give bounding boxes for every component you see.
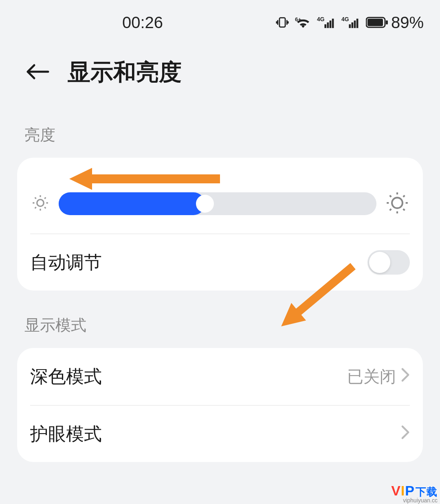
signal-1-icon: 4G [317, 15, 336, 29]
svg-rect-10 [354, 20, 356, 28]
eye-care-label: 护眼模式 [30, 422, 102, 446]
svg-rect-13 [367, 19, 383, 26]
status-bar: 00:26 6+ 4G 4G 89% [0, 0, 440, 45]
header: 显示和亮度 [0, 45, 440, 112]
battery-indicator: 89% [366, 13, 424, 32]
eye-care-value-group [401, 425, 410, 443]
signal-2-icon: 4G [341, 15, 360, 29]
svg-rect-5 [330, 20, 332, 28]
dark-mode-value: 已关闭 [347, 365, 396, 388]
auto-brightness-toggle[interactable] [367, 250, 410, 275]
status-time: 00:26 [122, 13, 163, 32]
svg-rect-0 [279, 18, 285, 27]
auto-brightness-row: 自动调节 [30, 233, 410, 291]
brightness-slider-thumb[interactable] [196, 195, 214, 213]
svg-rect-6 [332, 19, 334, 28]
svg-point-16 [392, 198, 403, 208]
svg-rect-4 [327, 22, 329, 28]
svg-point-15 [37, 200, 44, 207]
svg-rect-11 [356, 19, 359, 28]
battery-icon [366, 16, 389, 29]
status-indicators: 6+ 4G 4G 89% [275, 13, 424, 32]
section-label-brightness: 亮度 [0, 112, 440, 154]
dark-mode-label: 深色模式 [30, 365, 102, 389]
watermark-url: viphuiyuan.cc [391, 497, 438, 503]
brightness-slider-fill [59, 192, 205, 215]
auto-brightness-toggle-knob [369, 252, 390, 273]
display-mode-card: 深色模式 已关闭 护眼模式 [17, 348, 423, 462]
sun-low-icon [30, 193, 51, 215]
auto-brightness-label: 自动调节 [30, 251, 102, 275]
page-title: 显示和亮度 [68, 57, 182, 88]
watermark-brand: VIP下载 [391, 484, 438, 497]
chevron-right-icon [401, 425, 410, 443]
dark-mode-value-group: 已关闭 [347, 365, 410, 388]
svg-rect-3 [324, 24, 326, 28]
svg-text:4G: 4G [317, 16, 324, 22]
battery-percent: 89% [391, 13, 424, 32]
back-button[interactable] [24, 62, 51, 84]
brightness-slider-row [30, 190, 410, 233]
section-label-display-mode: 显示模式 [0, 291, 440, 344]
chevron-right-icon [401, 368, 410, 386]
sun-high-icon [385, 190, 410, 217]
svg-rect-14 [386, 20, 388, 24]
vibrate-icon [275, 15, 289, 29]
svg-rect-9 [351, 22, 353, 28]
wifi-icon: 6+ [295, 15, 311, 29]
eye-care-row[interactable]: 护眼模式 [30, 405, 410, 462]
svg-rect-8 [349, 24, 351, 28]
dark-mode-row[interactable]: 深色模式 已关闭 [30, 348, 410, 405]
watermark: VIP下载 viphuiyuan.cc [391, 484, 438, 503]
svg-text:4G: 4G [341, 16, 349, 22]
brightness-card: 自动调节 [17, 158, 423, 291]
brightness-slider[interactable] [59, 192, 376, 215]
